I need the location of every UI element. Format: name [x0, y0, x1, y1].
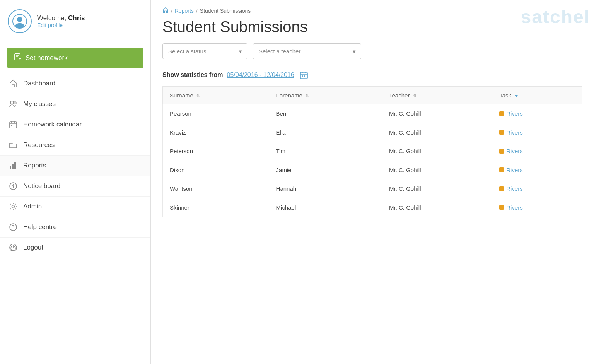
sidebar-item-my-classes[interactable]: My classes [0, 94, 150, 114]
logout-icon [9, 243, 18, 252]
table-wrap: Surname ⇅ Forename ⇅ Teacher ⇅ Task ▼ [151, 86, 594, 217]
svg-point-1 [17, 17, 22, 22]
sidebar-item-label: Homework calendar [23, 121, 82, 128]
username-label: Chris [68, 14, 85, 22]
stats-date-range[interactable]: 05/04/2016 - 12/04/2016 [227, 72, 294, 79]
sidebar-item-resources[interactable]: Resources [0, 135, 150, 156]
sidebar-item-label: Dashboard [23, 80, 55, 87]
task-badge: Rivers [499, 204, 523, 211]
cell-surname: Peterson [163, 142, 269, 161]
cell-task[interactable]: Rivers [492, 104, 582, 123]
status-select[interactable]: Select a status [162, 43, 248, 59]
svg-point-23 [13, 229, 14, 229]
task-label: Rivers [506, 185, 523, 192]
chart-icon [9, 161, 18, 170]
table-row[interactable]: Dixon Jamie Mr. C. Gohill Rivers [163, 161, 582, 179]
settings-icon [9, 202, 18, 211]
task-badge: Rivers [499, 148, 523, 154]
task-dot [499, 111, 504, 116]
svg-point-8 [10, 101, 14, 104]
sidebar-item-dashboard[interactable]: Dashboard [0, 73, 150, 94]
svg-rect-14 [11, 125, 12, 126]
calendar-icon[interactable] [300, 71, 308, 79]
col-forename[interactable]: Forename ⇅ [269, 87, 382, 104]
sidebar-item-label: Notice board [23, 182, 60, 190]
task-dot [499, 186, 504, 191]
status-filter-wrap: Select a status ▼ [162, 43, 248, 59]
sidebar-item-label: Reports [23, 162, 46, 169]
breadcrumb-separator-2: / [196, 8, 198, 14]
table-row[interactable]: Skinner Michael Mr. C. Gohill Rivers [163, 198, 582, 217]
task-badge: Rivers [499, 110, 523, 117]
set-homework-button[interactable]: Set homework [7, 48, 143, 68]
edit-profile-link[interactable]: Edit profile [37, 22, 85, 28]
task-dot [499, 149, 504, 154]
cell-forename: Ben [269, 104, 382, 123]
sidebar-item-homework-calendar[interactable]: Homework calendar [0, 114, 150, 135]
task-badge: Rivers [499, 129, 523, 136]
set-homework-label: Set homework [26, 54, 68, 62]
set-homework-icon [14, 53, 22, 63]
sidebar-item-help-centre[interactable]: Help centre [0, 217, 150, 238]
sidebar-item-reports[interactable]: Reports [0, 156, 150, 176]
sidebar-item-notice-board[interactable]: Notice board [0, 176, 150, 197]
task-badge: Rivers [499, 167, 523, 173]
sidebar-item-label: Logout [23, 244, 43, 251]
cell-forename: Jamie [269, 161, 382, 179]
col-teacher[interactable]: Teacher ⇅ [382, 87, 492, 104]
task-badge: Rivers [499, 185, 523, 192]
col-surname[interactable]: Surname ⇅ [163, 87, 269, 104]
users-icon [9, 99, 18, 109]
cell-teacher: Mr. C. Gohill [382, 198, 492, 217]
cell-task[interactable]: Rivers [492, 123, 582, 142]
cell-teacher: Mr. C. Gohill [382, 142, 492, 161]
sidebar-item-label: My classes [23, 100, 56, 108]
sidebar: Welcome, Chris Edit profile Set homework [0, 0, 151, 364]
sort-icon-forename: ⇅ [306, 94, 309, 98]
submissions-table: Surname ⇅ Forename ⇅ Teacher ⇅ Task ▼ [162, 86, 582, 217]
breadcrumb-current: Student Submissions [200, 8, 251, 14]
cell-surname: Skinner [163, 198, 269, 217]
cell-teacher: Mr. C. Gohill [382, 104, 492, 123]
table-row[interactable]: Kraviz Ella Mr. C. Gohill Rivers [163, 123, 582, 142]
teacher-filter-wrap: Select a teacher ▼ [253, 43, 361, 59]
filters-row: Select a status ▼ Select a teacher ▼ [151, 43, 594, 67]
svg-rect-16 [12, 164, 14, 169]
sidebar-header: Welcome, Chris Edit profile [0, 0, 150, 41]
cell-task[interactable]: Rivers [492, 179, 582, 198]
breadcrumb-reports[interactable]: Reports [175, 8, 194, 14]
task-label: Rivers [506, 148, 523, 154]
sidebar-item-logout[interactable]: Logout [0, 238, 150, 258]
teacher-select[interactable]: Select a teacher [253, 43, 361, 59]
breadcrumb-home-icon[interactable] [162, 7, 169, 14]
svg-rect-17 [14, 162, 16, 169]
home-icon [9, 79, 18, 88]
welcome-label: Welcome, [37, 14, 68, 22]
cell-task[interactable]: Rivers [492, 161, 582, 179]
task-label: Rivers [506, 204, 523, 211]
svg-point-19 [13, 184, 14, 185]
stats-row: Show statistics from 05/04/2016 - 12/04/… [151, 67, 594, 86]
task-label: Rivers [506, 167, 523, 173]
cell-forename: Ella [269, 123, 382, 142]
svg-point-21 [12, 205, 15, 208]
cell-forename: Tim [269, 142, 382, 161]
stats-label: Show statistics from [162, 72, 223, 79]
cell-task[interactable]: Rivers [492, 198, 582, 217]
sidebar-item-label: Help centre [23, 223, 57, 231]
cell-surname: Dixon [163, 161, 269, 179]
col-task[interactable]: Task ▼ [492, 87, 582, 104]
svg-rect-10 [10, 122, 17, 128]
cell-teacher: Mr. C. Gohill [382, 161, 492, 179]
sort-icon-surname: ⇅ [196, 94, 200, 98]
table-row[interactable]: Peterson Tim Mr. C. Gohill Rivers [163, 142, 582, 161]
notice-icon [9, 181, 18, 191]
sidebar-item-admin[interactable]: Admin [0, 197, 150, 217]
svg-point-2 [15, 23, 24, 28]
cell-task[interactable]: Rivers [492, 142, 582, 161]
task-dot [499, 130, 504, 135]
svg-rect-30 [302, 75, 303, 77]
table-row[interactable]: Pearson Ben Mr. C. Gohill Rivers [163, 104, 582, 123]
table-row[interactable]: Wantson Hannah Mr. C. Gohill Rivers [163, 179, 582, 198]
svg-rect-15 [10, 166, 11, 169]
